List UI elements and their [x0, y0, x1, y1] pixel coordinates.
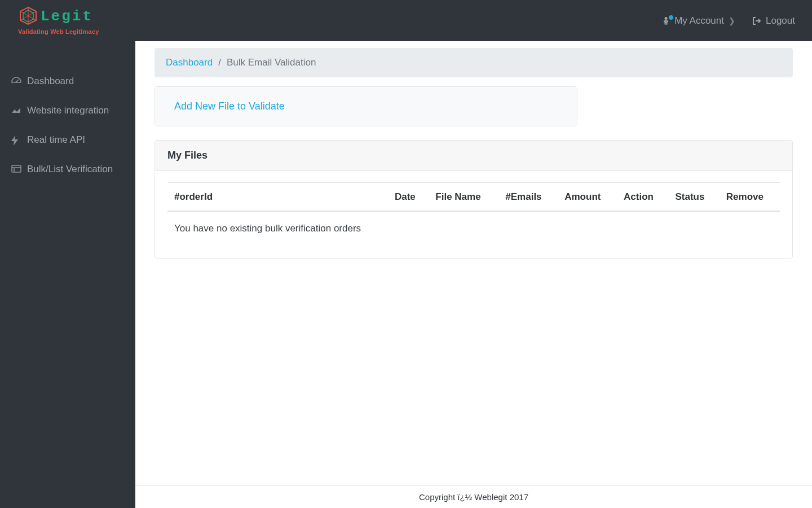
col-orderid: #orderId	[167, 183, 388, 212]
svg-point-5	[665, 17, 668, 20]
svg-rect-6	[665, 20, 667, 23]
area-chart-icon	[11, 106, 20, 115]
logout-button[interactable]: Logout	[752, 15, 795, 27]
breadcrumb-dashboard-link[interactable]: Dashboard	[166, 57, 213, 68]
svg-rect-13	[12, 165, 21, 172]
breadcrumb-separator: /	[218, 57, 221, 68]
brand-logo[interactable]: Legit Validating Web Legitimacy	[0, 6, 135, 35]
sidebar: Dashboard Website integration Real time …	[0, 41, 135, 508]
col-status: Status	[669, 183, 720, 212]
sidebar-item-realtime-api[interactable]: Real time API	[0, 125, 135, 155]
my-files-panel: My Files #orderId Date File Name #Emails…	[155, 140, 793, 259]
brand-logo-icon	[18, 6, 38, 27]
svg-rect-7	[664, 20, 665, 23]
col-remove: Remove	[720, 183, 780, 212]
sidebar-item-bulk-verification[interactable]: Bulk/List Verification	[0, 155, 135, 184]
my-files-title: My Files	[155, 141, 792, 171]
sidebar-item-dashboard[interactable]: Dashboard	[0, 67, 135, 96]
svg-rect-8	[667, 20, 668, 23]
notification-dot-icon	[669, 15, 673, 20]
col-date: Date	[388, 183, 429, 212]
brand-tagline: Validating Web Legitimacy	[18, 28, 99, 35]
dashboard-icon	[11, 77, 20, 86]
empty-state-message: You have no existing bulk verification o…	[167, 211, 780, 239]
svg-line-12	[16, 80, 19, 82]
sidebar-item-label: Bulk/List Verification	[27, 164, 113, 175]
breadcrumb: Dashboard / Bulk Email Validation	[155, 48, 793, 77]
svg-rect-10	[667, 23, 668, 25]
add-file-card: Add New File to Validate	[155, 86, 577, 126]
my-account-label: My Account	[674, 15, 724, 27]
list-icon	[11, 165, 20, 174]
footer: Copyright ï¿½ Weblegit 2017	[135, 485, 812, 508]
chevron-right-icon: ❯	[729, 16, 735, 25]
person-icon	[662, 16, 670, 25]
svg-rect-9	[665, 23, 666, 25]
sidebar-item-label: Website integration	[27, 105, 109, 116]
add-new-file-link[interactable]: Add New File to Validate	[174, 100, 285, 112]
logout-icon	[752, 16, 761, 25]
sidebar-item-website-integration[interactable]: Website integration	[0, 96, 135, 125]
my-account-menu[interactable]: My Account ❯	[662, 15, 735, 27]
bolt-icon	[11, 135, 20, 144]
topbar: Legit Validating Web Legitimacy My Accou…	[0, 0, 812, 41]
main-content: Dashboard / Bulk Email Validation Add Ne…	[135, 41, 812, 485]
breadcrumb-current: Bulk Email Validation	[227, 57, 316, 68]
table-row: You have no existing bulk verification o…	[167, 211, 780, 239]
files-table: #orderId Date File Name #Emails Amount A…	[167, 182, 780, 239]
sidebar-item-label: Real time API	[27, 134, 85, 146]
col-emails: #Emails	[498, 183, 558, 212]
col-amount: Amount	[558, 183, 617, 212]
footer-text: Copyright ï¿½ Weblegit 2017	[419, 492, 528, 502]
sidebar-item-label: Dashboard	[27, 76, 74, 87]
brand-name: Legit	[41, 8, 93, 25]
col-action: Action	[617, 183, 668, 212]
logout-label: Logout	[766, 15, 795, 27]
col-filename: File Name	[429, 183, 498, 212]
